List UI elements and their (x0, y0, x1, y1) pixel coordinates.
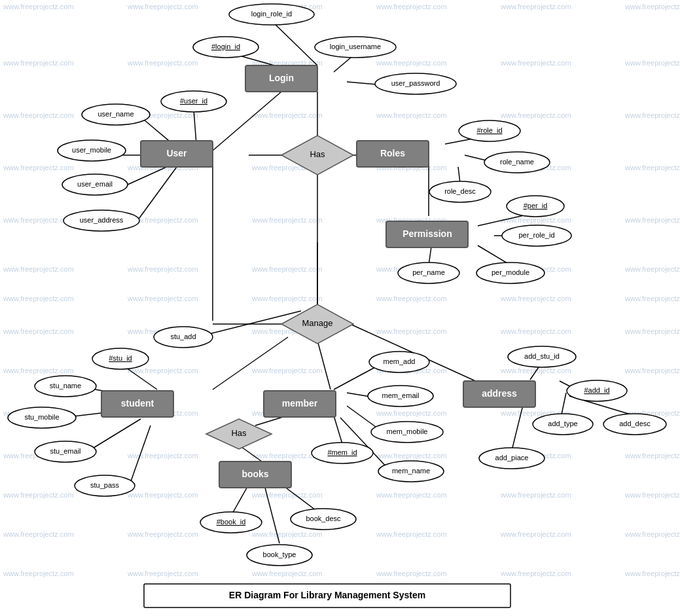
watermark: www.freeprojectz.com (500, 295, 571, 302)
attr-per-id-label: #per_id (524, 202, 548, 209)
attr-user-name-label: user_name (98, 110, 134, 118)
attr-per-name-label: per_name (412, 268, 445, 276)
attr-login-username-label: login_username (330, 43, 381, 50)
watermark: www.freeprojectz.com (3, 295, 74, 302)
watermark: www.freeprojectz.com (127, 452, 198, 460)
watermark: www.freeprojectz.com (3, 216, 74, 224)
attr-add-desc-label: add_desc (619, 420, 651, 427)
watermark: www.freeprojectz.com (624, 59, 680, 67)
watermark: www.freeprojectz.com (624, 367, 680, 374)
watermark: www.freeprojectz.com (3, 491, 74, 499)
attr-stu-add-label: stu_add (170, 333, 196, 340)
attr-per-role-id-label: per_role_id (518, 231, 554, 239)
watermark: www.freeprojectz.com (500, 367, 571, 374)
watermark: www.freeprojectz.com (376, 3, 447, 10)
watermark: www.freeprojectz.com (3, 3, 74, 10)
attr-book-type-label: book_type (263, 551, 296, 558)
watermark: www.freeprojectz.com (127, 491, 198, 499)
attr-add-stu-id-label: add_stu_id (524, 352, 560, 360)
watermark: www.freeprojectz.com (251, 216, 323, 224)
svg-line-34 (334, 367, 376, 390)
attr-mem-add-label: mem_add (384, 357, 416, 365)
watermark: www.freeprojectz.com (251, 530, 323, 538)
watermark: www.freeprojectz.com (500, 570, 571, 577)
watermark: www.freeprojectz.com (3, 327, 74, 335)
attr-mem-id-label: #mem_id (327, 448, 357, 456)
attr-stu-id-label: #stu_id (109, 354, 132, 362)
watermark: www.freeprojectz.com (624, 491, 680, 499)
watermark: www.freeprojectz.com (127, 295, 198, 302)
watermark: www.freeprojectz.com (3, 111, 74, 119)
watermark: www.freeprojectz.com (251, 491, 323, 499)
watermark: www.freeprojectz.com (624, 327, 680, 335)
svg-line-25 (213, 337, 288, 390)
attr-stu-pass-label: stu_pass (90, 481, 120, 489)
watermark: www.freeprojectz.com (3, 59, 74, 67)
svg-line-46 (231, 484, 249, 516)
er-diagram: www.freeprojectz.com www.freeprojectz.co… (0, 0, 680, 616)
attr-role-id-label: #role_id (476, 126, 502, 134)
watermark: www.freeprojectz.com (624, 570, 680, 577)
attr-user-email-label: user_email (77, 180, 113, 188)
watermark: www.freeprojectz.com (376, 570, 447, 577)
svg-line-16 (458, 167, 460, 183)
entity-address-label: address (482, 388, 517, 399)
watermark: www.freeprojectz.com (127, 265, 198, 273)
attr-book-desc-label: book_desc (306, 515, 341, 522)
watermark: www.freeprojectz.com (376, 491, 447, 499)
watermark: www.freeprojectz.com (3, 570, 74, 577)
attr-add-id-label: #add_id (584, 386, 609, 394)
watermark: www.freeprojectz.com (376, 59, 447, 67)
watermark: www.freeprojectz.com (500, 59, 571, 67)
watermark: www.freeprojectz.com (127, 570, 198, 577)
watermark: www.freeprojectz.com (251, 295, 323, 302)
watermark: www.freeprojectz.com (127, 367, 198, 374)
diagram-title: ER Diagram For Library Management System (229, 590, 425, 600)
attr-login-id-label: #login_id (211, 43, 240, 50)
watermark: www.freeprojectz.com (376, 327, 447, 335)
relationship-has1-label: Has (310, 149, 325, 159)
watermark: www.freeprojectz.com (376, 409, 447, 417)
watermark: www.freeprojectz.com (500, 327, 571, 335)
watermark: www.freeprojectz.com (3, 164, 74, 172)
watermark: www.freeprojectz.com (624, 111, 680, 119)
watermark: www.freeprojectz.com (624, 295, 680, 302)
watermark: www.freeprojectz.com (127, 59, 198, 67)
watermark: www.freeprojectz.com (500, 3, 571, 10)
attr-per-module-label: per_module (492, 268, 529, 276)
attr-user-address-label: user_address (80, 216, 124, 224)
watermark: www.freeprojectz.com (624, 452, 680, 460)
relationship-manage-label: Manage (302, 318, 333, 328)
watermark: www.freeprojectz.com (127, 3, 198, 10)
watermark: www.freeprojectz.com (251, 570, 323, 577)
attr-login-role-id-label: login_role_id (251, 10, 292, 18)
entity-student-label: student (121, 398, 154, 408)
attr-role-desc-label: role_desc (444, 187, 476, 195)
watermark: www.freeprojectz.com (3, 530, 74, 538)
svg-line-13 (137, 167, 177, 221)
entity-permission-label: Permission (403, 228, 452, 239)
attr-mem-email-label: mem_email (382, 391, 420, 399)
watermark: www.freeprojectz.com (127, 530, 198, 538)
attr-role-name-label: role_name (500, 158, 534, 166)
svg-line-37 (334, 416, 342, 444)
attr-stu-mobile-label: stu_mobile (24, 413, 59, 421)
watermark: www.freeprojectz.com (376, 452, 447, 460)
watermark: www.freeprojectz.com (500, 491, 571, 499)
watermark: www.freeprojectz.com (624, 3, 680, 10)
relationship-has2-label: Has (231, 428, 247, 438)
watermark: www.freeprojectz.com (376, 530, 447, 538)
watermark: www.freeprojectz.com (624, 530, 680, 538)
attr-mem-mobile-label: mem_mobile (387, 427, 428, 435)
entity-user-label: User (166, 148, 187, 158)
attr-add-place-label: add_piace (495, 454, 529, 462)
entity-books-label: books (242, 469, 268, 479)
attr-stu-name-label: stu_name (50, 382, 81, 390)
watermark: www.freeprojectz.com (500, 111, 571, 119)
attr-user-mobile-label: user_mobile (72, 146, 111, 154)
watermark: www.freeprojectz.com (500, 530, 571, 538)
watermark: www.freeprojectz.com (251, 111, 323, 119)
entity-member-label: member (282, 398, 318, 408)
watermark: www.freeprojectz.com (500, 216, 571, 224)
attr-mem-name-label: mem_name (392, 467, 430, 475)
